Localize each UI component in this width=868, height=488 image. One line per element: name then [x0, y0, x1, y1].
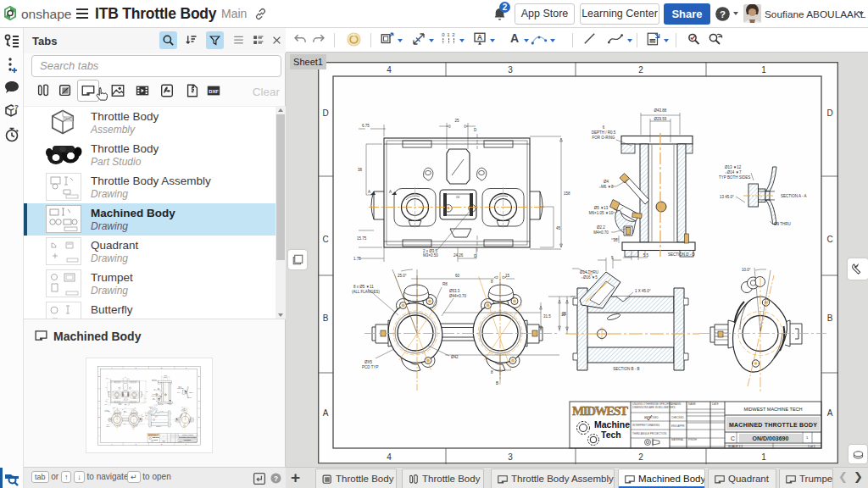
svg-text:DXF: DXF [209, 89, 219, 94]
svg-text:0: 0 [442, 32, 445, 37]
svg-text:?: ? [14, 103, 19, 111]
svg-text:2: 2 [452, 32, 455, 37]
svg-text:?: ? [720, 9, 726, 19]
svg-text:?: ? [274, 475, 278, 483]
svg-text:DXF: DXF [649, 40, 656, 43]
svg-text:1: 1 [447, 32, 450, 37]
svg-text:A: A [510, 31, 519, 45]
svg-text:A: A [477, 34, 482, 42]
